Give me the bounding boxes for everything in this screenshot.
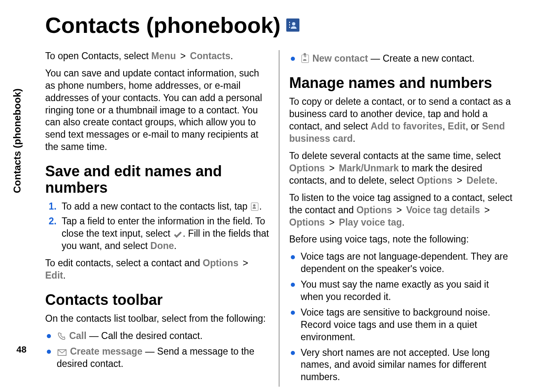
heading-manage: Manage names and numbers [289,75,513,91]
heading-contacts-toolbar: Contacts toolbar [45,292,269,308]
done-label: Done [150,240,174,251]
page-number: 48 [16,344,26,355]
text: . [402,217,405,228]
separator: > [329,217,334,228]
svg-rect-1 [289,22,290,23]
toolbar-intro: On the contacts list toolbar, select fro… [45,313,269,325]
delete-label: Delete [467,175,495,186]
heading-save-edit: Save and edit names and numbers [45,163,269,196]
edit-contacts-instruction: To edit contacts, select a contact and O… [45,257,269,282]
text: , or [466,121,482,131]
voice-note-1: Voice tags are not language-dependent. T… [289,251,513,275]
options-label: Options [289,217,325,228]
text: To add a new contact to the contacts lis… [62,201,250,212]
separator: > [396,205,402,215]
text: . [174,240,177,251]
open-contacts-instruction: To open Contacts, select Menu > Contacts… [45,50,269,62]
content-columns: To open Contacts, select Menu > Contacts… [37,50,518,387]
contacts-app-icon [286,18,299,32]
right-column: New contact — Create a new contact. Mana… [279,50,513,387]
svg-rect-3 [289,27,290,28]
options-label: Options [289,163,325,173]
page-title-text: Contacts (phonebook) [45,12,281,38]
call-label: Call [69,330,86,341]
menu-label: Menu [151,51,176,61]
manage-paragraph-2: To delete several contacts at the same t… [289,150,513,187]
options-label: Options [357,205,392,215]
voice-notes-list: Voice tags are not language-dependent. T… [289,251,513,383]
text: . [353,133,355,144]
text: . [495,175,497,186]
edit-label: Edit [45,270,63,281]
separator: > [243,258,248,268]
mark-unmark-label: Mark/Unmark [339,163,399,173]
manage-paragraph-3: To listen to the voice tag assigned to a… [289,192,513,229]
checkmark-icon [174,229,182,235]
edit-label: Edit [448,121,465,131]
voice-note-3: Voice tags are sensitive to background n… [289,307,513,344]
toolbar-item-new-contact: New contact — Create a new contact. [289,53,513,65]
options-label: Options [417,175,453,186]
text: To open Contacts, select [45,51,151,61]
separator: > [484,205,490,215]
new-contact-desc: — Create a new contact. [370,53,474,64]
manage-paragraph-1: To copy or delete a contact, or to send … [289,96,513,145]
call-desc: — Call the desired contact. [89,330,202,341]
toolbar-item-call: Call — Call the desired contact. [45,330,269,342]
step-2: Tap a field to enter the information in … [59,215,269,252]
create-message-label: Create message [70,346,142,357]
text: , [442,121,448,131]
voice-notes-intro: Before using voice tags, note the follow… [289,233,513,246]
text: . [259,201,262,212]
new-contact-label: New contact [312,53,368,64]
step-1: To add a new contact to the contacts lis… [59,201,269,213]
toolbar-list: Call — Call the desired contact. Create … [45,330,269,370]
options-label: Options [203,258,239,268]
separator: > [180,51,186,61]
envelope-icon [58,347,67,353]
contacts-label: Contacts [190,51,230,61]
voice-tag-details-label: Voice tag details [406,205,480,215]
page-title: Contacts (phonebook) [45,12,518,38]
separator: > [329,163,334,173]
save-edit-steps: To add a new contact to the contacts lis… [45,201,269,252]
page: Contacts (phonebook) 48 Contacts (phoneb… [0,0,543,392]
text: To edit contacts, select a contact and [45,258,203,268]
svg-rect-2 [289,24,290,25]
phone-icon [58,331,66,339]
text: . [230,51,233,61]
separator: > [457,175,462,186]
voice-note-2: You must say the name exactly as you sai… [289,279,513,303]
svg-point-0 [292,22,295,25]
text: . [63,270,65,281]
left-column: To open Contacts, select Menu > Contacts… [45,50,279,387]
new-contact-card-icon [301,55,309,63]
intro-description: You can save and update contact informat… [45,67,269,153]
toolbar-item-create-message: Create message — Send a message to the d… [45,346,269,370]
voice-note-4: Very short names are not accepted. Use l… [289,347,513,384]
add-contact-card-icon [251,203,258,211]
text: To delete several contacts at the same t… [289,150,501,161]
add-favorites-label: Add to favorites [370,121,442,131]
play-voice-tag-label: Play voice tag [339,217,402,228]
toolbar-list-continued: New contact — Create a new contact. [289,53,513,65]
section-side-label: Contacts (phonebook) [12,88,23,193]
